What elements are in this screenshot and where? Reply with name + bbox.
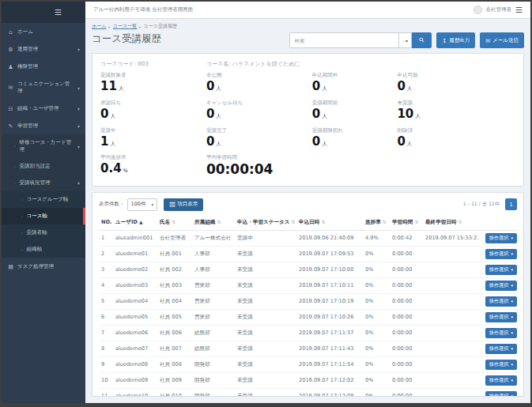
page-size-select[interactable]: 100件 ▾	[127, 198, 158, 211]
column-header[interactable]: 最終学習日時⇅	[423, 216, 478, 231]
search-button[interactable]: ⚲	[412, 32, 432, 48]
bullet-icon: ◦	[21, 231, 24, 236]
bullet-icon: ◦	[13, 164, 17, 169]
sort-icon[interactable]: ⇅	[383, 219, 387, 224]
sidebar-item[interactable]: ♟ ◦ 権限管理 ▾	[2, 58, 85, 75]
cell-status: 未受講	[235, 341, 296, 356]
breadcrumb-separator-icon: ▸	[139, 24, 141, 29]
cell-status: 受講中	[235, 230, 296, 246]
sort-icon[interactable]: ⇅	[217, 219, 221, 224]
sort-icon[interactable]: ⇅	[414, 219, 418, 224]
column-header[interactable]: 申込日時⇅	[296, 216, 363, 231]
stat-unit: 人	[216, 85, 221, 92]
cell-study-time: 0:00:00	[390, 309, 423, 325]
sort-icon[interactable]: ⇅	[172, 219, 175, 224]
stat-card: 承認待ち 0人	[100, 100, 206, 122]
row-action-button[interactable]: 操作選択 ▾	[485, 233, 517, 243]
cell-last-studied-at	[423, 356, 478, 372]
sidebar-item[interactable]: ☷ ◦ 組織・ユーザ管理 ▾	[2, 100, 85, 117]
cell-name: 会社管理者	[157, 230, 192, 246]
sidebar-item[interactable]: ◦ コース軸 ▾	[2, 208, 85, 224]
row-action-button[interactable]: 操作選択 ▾	[485, 375, 517, 386]
row-action-button[interactable]: 操作選択 ▾	[485, 296, 517, 307]
column-header[interactable]: NO.	[99, 216, 113, 231]
column-settings-button[interactable]: ▦ 項目表示	[164, 198, 203, 211]
search-filter-dropdown[interactable]: - ▾	[398, 32, 412, 48]
stat-card: 申込期間外 0人	[312, 72, 398, 94]
attendance-table: NO.ユーザID▲氏名⇅所属組織⇅申込・学習ステータス⇅申込日時⇅進捗率⇅学習時…	[99, 216, 519, 398]
course-code: コースコード: 003	[100, 60, 206, 68]
breadcrumb-item[interactable]: ホーム	[92, 23, 106, 30]
row-action-button[interactable]: 操作選択 ▾	[485, 249, 517, 259]
sidebar-item[interactable]: ✉ ◦ コミュニケーション管理 ▾	[2, 76, 85, 100]
stat-label: キャンセル待ち	[206, 100, 312, 107]
column-header[interactable]: 所属組織⇅	[192, 216, 235, 231]
row-action-button[interactable]: 操作選択 ▾	[485, 344, 517, 354]
stat-label: 受講対象者	[100, 72, 206, 79]
sidebar-item[interactable]: ◦ 受講割当設定 ▾	[2, 158, 85, 175]
cell-no: 9	[99, 356, 113, 372]
sidebar-item[interactable]: ◦ 受講状況管理 ▾	[2, 175, 85, 191]
cell-org: アルー株式会社	[192, 230, 235, 246]
sort-icon[interactable]: ⇅	[458, 219, 462, 224]
row-action-button[interactable]: 操作選択 ▾	[485, 312, 517, 322]
cell-study-time: 0:00:00	[390, 356, 423, 372]
pagination-page-1[interactable]: 1	[505, 198, 517, 210]
sidebar-item[interactable]: ⚙ ◦ 運用管理 ▾	[2, 41, 85, 58]
chevron-down-icon: ▾	[77, 123, 80, 129]
sidebar-item[interactable]: ▤ ◦ タスク処理管理 ▾	[2, 258, 85, 275]
row-action-button[interactable]: 操作選択 ▾	[485, 391, 517, 398]
bullet-icon: ◦	[13, 144, 17, 149]
column-header[interactable]: 申込・学習ステータス⇅	[235, 216, 296, 231]
column-header[interactable]	[478, 216, 519, 231]
history-export-button[interactable]: ↧ 履歴出力	[436, 32, 475, 48]
row-action-button[interactable]: 操作選択 ▾	[485, 281, 517, 291]
row-action-button[interactable]: 操作選択 ▾	[485, 265, 517, 275]
sidebar-item[interactable]: ◦ 研修コース・カード管理 ▾	[2, 134, 85, 158]
bullet-icon: ◦	[21, 214, 24, 219]
caret-down-icon: ▾	[511, 346, 513, 351]
cell-user-id: aluedemo01	[113, 246, 157, 262]
row-action-button[interactable]: 操作選択 ▾	[485, 328, 517, 338]
cell-last-studied-at: 2019.09.07 15:33:21	[423, 230, 478, 246]
mail-send-button[interactable]: ✉ メール送信	[480, 32, 524, 48]
sidebar-item-label: コースグループ軸	[27, 196, 69, 203]
cell-status: 未受講	[235, 309, 296, 325]
column-header[interactable]: 進捗率⇅	[363, 216, 390, 231]
user-avatar[interactable]	[474, 6, 482, 14]
cell-progress: 0%	[363, 277, 390, 293]
search-input[interactable]	[289, 32, 398, 48]
sidebar-item[interactable]: ◦ 組織軸 ▾	[2, 241, 85, 258]
page-title: コース受講履歴	[92, 32, 161, 46]
column-header[interactable]: ユーザID▲	[113, 216, 157, 231]
topbar-hamburger-icon[interactable]: ☰	[515, 6, 523, 14]
cell-progress: 0%	[363, 293, 390, 309]
cell-org: 総務部	[192, 341, 235, 356]
cell-last-studied-at	[423, 325, 478, 341]
cell-applied-at: 2019.09.06 21:40:09	[296, 230, 363, 246]
sort-icon[interactable]: ⇅	[292, 219, 296, 224]
sidebar-item-label: 権限管理	[17, 63, 38, 70]
user-name[interactable]: 会社管理者	[486, 6, 512, 13]
breadcrumb-item[interactable]: コース一覧	[113, 23, 137, 30]
column-header[interactable]: 学習時間⇅	[390, 216, 423, 231]
sidebar-item[interactable]: ◦ コースグループ軸 ▾	[2, 191, 85, 208]
sidebar-item[interactable]: ✎ ◦ 学習管理 ▾	[2, 118, 85, 134]
sidebar-item[interactable]: ◦ 受講者軸 ▾	[2, 224, 85, 241]
stat-value: 11人	[100, 79, 206, 94]
cell-study-time: 0:00:00	[390, 277, 423, 293]
stat-label: 受講完了	[206, 127, 312, 134]
column-header[interactable]: 氏名⇅	[157, 216, 192, 231]
sort-icon[interactable]: ▲	[139, 219, 143, 224]
sidebar-item[interactable]: ⌂ ◦ ホーム ▾	[2, 24, 85, 40]
stats-grid: 受講対象者 11人 非公開 0人 申込期間外 0人 申込可能 0人 承認待ち 0…	[100, 72, 515, 179]
row-action-button[interactable]: 操作選択 ▾	[485, 360, 517, 370]
sidebar-hamburger-icon[interactable]: ☰	[55, 9, 62, 17]
table-row: 7 aluedemo06 社員 006 総務部 未受講 2019.09.07 1…	[99, 325, 519, 341]
sidebar-menu: ⌂ ◦ ホーム ▾ ⚙ ◦ 運用管理 ▾ ♟ ◦ 権限管理 ▾ ✉ ◦ コミュニ…	[2, 23, 85, 275]
cell-status: 未受講	[235, 246, 296, 262]
sort-icon[interactable]: ⇅	[321, 219, 325, 224]
breadcrumb-item[interactable]: コース受講履歴	[144, 23, 177, 30]
cell-user-id: aluedemo03	[113, 277, 157, 293]
chevron-down-icon: ▾	[77, 47, 80, 52]
